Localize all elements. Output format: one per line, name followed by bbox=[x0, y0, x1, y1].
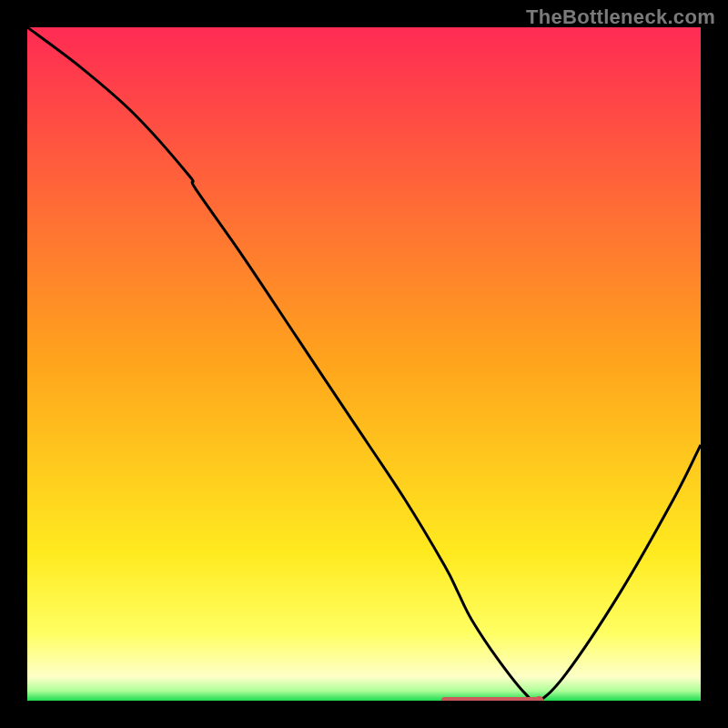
chart-container: TheBottleneck.com bbox=[0, 0, 728, 728]
plot-area bbox=[27, 27, 701, 701]
gradient-background bbox=[27, 27, 701, 701]
bottleneck-chart bbox=[27, 27, 701, 701]
watermark-label: TheBottleneck.com bbox=[526, 5, 715, 29]
